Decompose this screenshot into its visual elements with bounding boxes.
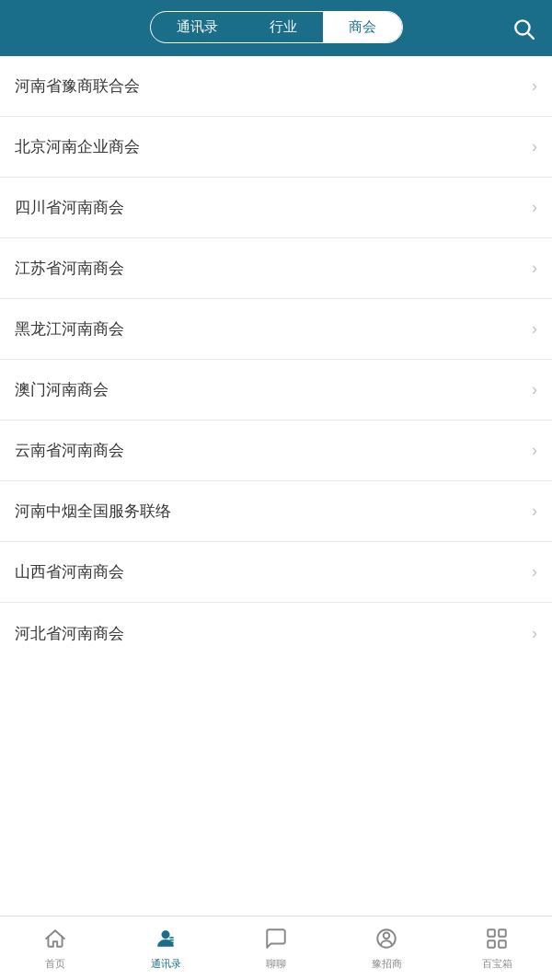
chevron-right-icon: ›: [532, 380, 537, 399]
list-item-text: 四川省河南商会: [15, 197, 124, 218]
nav-chat[interactable]: 聊聊: [221, 917, 331, 980]
chevron-right-icon: ›: [532, 137, 537, 156]
tab-contacts[interactable]: 通讯录: [151, 12, 244, 42]
list-item-text: 河南中烟全国服务联络: [15, 501, 171, 522]
nav-toolbox-label: 百宝箱: [482, 957, 512, 971]
tab-chamber[interactable]: 商会: [323, 12, 402, 42]
chevron-right-icon: ›: [532, 562, 537, 582]
header: 通讯录 行业 商会: [0, 0, 552, 56]
list-item[interactable]: 江苏省河南商会 ›: [0, 238, 552, 299]
chevron-right-icon: ›: [532, 76, 537, 96]
list-item-text: 江苏省河南商会: [15, 258, 124, 279]
nav-chat-label: 聊聊: [266, 957, 286, 971]
chevron-right-icon: ›: [532, 319, 537, 339]
chamber-list: 河南省豫商联合会 › 北京河南企业商会 › 四川省河南商会 › 江苏省河南商会 …: [0, 56, 552, 916]
chevron-right-icon: ›: [532, 624, 537, 643]
nav-contacts-label: 通讯录: [151, 957, 181, 971]
grid-icon: [485, 927, 509, 954]
list-item[interactable]: 澳门河南商会 ›: [0, 360, 552, 421]
list-item-text: 山西省河南商会: [15, 561, 124, 582]
list-item-text: 云南省河南商会: [15, 440, 124, 461]
list-item[interactable]: 河南中烟全国服务联络 ›: [0, 481, 552, 542]
svg-rect-11: [499, 940, 506, 948]
list-item-text: 河北省河南商会: [15, 623, 124, 644]
list-item[interactable]: 四川省河南商会 ›: [0, 178, 552, 238]
nav-yuzhaoshang-label: 豫招商: [372, 957, 402, 971]
tab-group: 通讯录 行业 商会: [150, 11, 403, 43]
svg-rect-8: [488, 929, 495, 937]
svg-line-1: [528, 32, 534, 38]
nav-yuzhaoshang[interactable]: 豫招商: [331, 917, 442, 980]
nav-home-label: 首页: [45, 957, 65, 971]
list-item-text: 北京河南企业商会: [15, 136, 140, 157]
chevron-right-icon: ›: [532, 259, 537, 278]
svg-rect-10: [488, 940, 495, 948]
chevron-right-icon: ›: [532, 502, 537, 521]
tab-industry[interactable]: 行业: [244, 12, 323, 42]
search-icon: [512, 17, 535, 40]
list-item[interactable]: 山西省河南商会 ›: [0, 542, 552, 603]
search-button[interactable]: [512, 17, 535, 40]
svg-point-7: [384, 932, 390, 939]
svg-rect-9: [499, 929, 506, 937]
person-circle-icon: [374, 927, 398, 954]
nav-toolbox[interactable]: 百宝箱: [442, 917, 552, 980]
list-item[interactable]: 河南省豫商联合会 ›: [0, 56, 552, 117]
bottom-nav: 首页 通讯录 聊聊 豫招商: [0, 916, 552, 980]
chat-icon: [264, 927, 288, 954]
home-icon: [43, 927, 67, 954]
contacts-icon: [154, 927, 178, 954]
svg-point-2: [162, 930, 170, 939]
list-item-text: 澳门河南商会: [15, 379, 109, 400]
list-item[interactable]: 云南省河南商会 ›: [0, 421, 552, 481]
chevron-right-icon: ›: [532, 198, 537, 217]
list-item[interactable]: 河北省河南商会 ›: [0, 603, 552, 663]
nav-contacts[interactable]: 通讯录: [110, 917, 221, 980]
list-item-text: 黑龙江河南商会: [15, 318, 124, 340]
nav-home[interactable]: 首页: [0, 917, 110, 980]
list-item[interactable]: 黑龙江河南商会 ›: [0, 299, 552, 360]
list-item-text: 河南省豫商联合会: [15, 75, 140, 97]
chevron-right-icon: ›: [532, 441, 537, 460]
list-item[interactable]: 北京河南企业商会 ›: [0, 117, 552, 178]
